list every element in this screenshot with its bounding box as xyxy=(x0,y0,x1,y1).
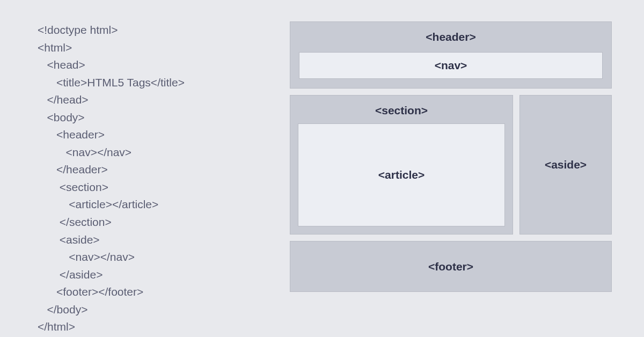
code-line: <head> xyxy=(38,56,263,74)
aside-region: <aside> xyxy=(519,95,612,235)
code-line: <html> xyxy=(38,39,263,57)
code-line: <!doctype html> xyxy=(38,21,263,39)
code-line: <nav></nav> xyxy=(38,248,263,266)
layout-diagram: <header> <nav> <section> <article> <asid… xyxy=(290,21,612,316)
middle-row: <section> <article> <aside> xyxy=(290,95,612,235)
header-region: <header> <nav> xyxy=(290,21,612,89)
footer-region: <footer> xyxy=(290,241,612,292)
code-line: </section> xyxy=(38,214,263,231)
section-label: <section> xyxy=(375,103,428,118)
code-line: </html> xyxy=(38,318,263,336)
code-line: </head> xyxy=(38,91,263,109)
code-line: <nav></nav> xyxy=(38,144,263,162)
code-line: </aside> xyxy=(38,266,263,284)
code-line: </body> xyxy=(38,301,263,319)
code-line: <aside> xyxy=(38,231,263,249)
code-line: <title>HTML5 Tags</title> xyxy=(38,74,263,92)
section-region: <section> <article> xyxy=(290,95,513,235)
code-line: <header> xyxy=(38,126,263,144)
code-line: <article></article> xyxy=(38,196,263,214)
code-line: <section> xyxy=(38,179,263,196)
code-panel: <!doctype html> <html> <head> <title>HTM… xyxy=(38,21,263,316)
header-label: <header> xyxy=(426,30,475,45)
article-region: <article> xyxy=(298,123,505,226)
code-line: </header> xyxy=(38,161,263,179)
nav-region: <nav> xyxy=(299,52,603,79)
code-line: <body> xyxy=(38,109,263,127)
code-line: <footer></footer> xyxy=(38,283,263,301)
